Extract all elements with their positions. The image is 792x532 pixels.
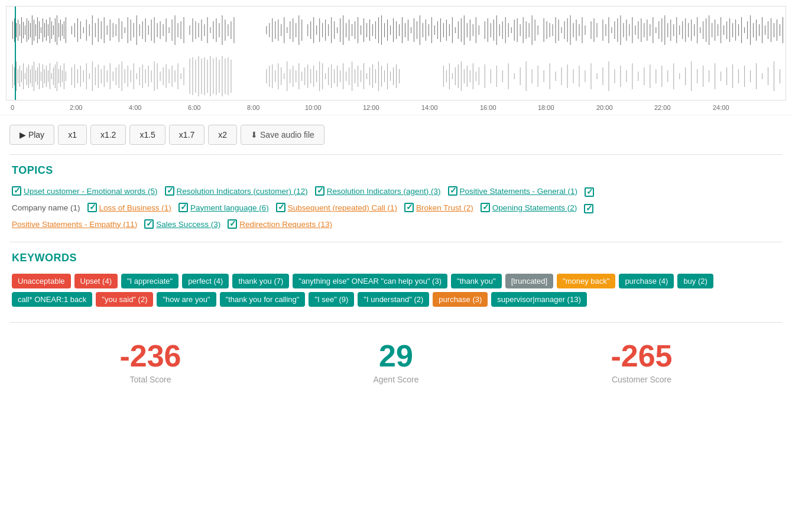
svg-rect-271 xyxy=(37,67,38,85)
svg-rect-304 xyxy=(119,64,119,88)
topic-loss-checkbox xyxy=(87,203,97,212)
svg-rect-84 xyxy=(231,21,231,39)
topic-broken-trust[interactable]: Broken Trust (2) xyxy=(404,203,473,212)
topic-res-agent-label[interactable]: Resolution Indicators (agent) (3) xyxy=(327,187,441,196)
svg-rect-118 xyxy=(363,18,364,42)
topic-redirection-requests[interactable]: Redirection Requests (13) xyxy=(228,219,332,229)
svg-rect-322 xyxy=(172,66,173,87)
kw-thank-for-calling[interactable]: "thank you for calling" xyxy=(220,292,306,307)
speed-x2-button[interactable]: x2 xyxy=(208,125,237,145)
svg-rect-324 xyxy=(178,63,178,89)
svg-rect-383 xyxy=(387,63,388,89)
topic-loss-business[interactable]: Loss of Business (1) xyxy=(87,203,171,212)
svg-rect-48 xyxy=(122,21,122,39)
topic-resolution-customer[interactable]: Resolution Indicators (customer) (12) xyxy=(165,186,308,196)
svg-rect-70 xyxy=(190,25,190,35)
kw-supervisor[interactable]: supervisor|manager (13) xyxy=(491,292,586,307)
play-button[interactable]: ▶ Play xyxy=(9,125,54,145)
waveform-tracks[interactable]: /* inline script won't run here, bars de… xyxy=(6,6,786,100)
svg-rect-242 xyxy=(741,17,742,43)
svg-rect-264 xyxy=(25,73,25,79)
svg-rect-101 xyxy=(313,17,314,43)
svg-rect-290 xyxy=(77,69,78,83)
svg-rect-63 xyxy=(166,18,167,42)
svg-rect-98 xyxy=(301,20,302,41)
topic-subseq-label[interactable]: Subsequent (repeated) Call (1) xyxy=(288,203,397,212)
timeline-1800: 18:00 xyxy=(538,104,554,111)
topic-pos-gen-label[interactable]: Positive Statements - General (1) xyxy=(460,187,578,196)
svg-rect-437 xyxy=(697,69,697,83)
svg-rect-417 xyxy=(579,66,580,87)
svg-rect-321 xyxy=(169,69,170,83)
topic-subsequent-call[interactable]: Subsequent (repeated) Call (1) xyxy=(276,203,397,212)
kw-anything-else[interactable]: "anything else" ONEAR "can help you" (3) xyxy=(293,274,447,288)
topic-opening-statements[interactable]: Opening Statements (2) xyxy=(481,203,577,212)
svg-rect-155 xyxy=(473,24,473,36)
svg-rect-296 xyxy=(95,67,96,85)
kw-call-back[interactable]: call* ONEAR:1 back xyxy=(12,292,92,307)
svg-rect-245 xyxy=(750,15,751,45)
speed-x1-button[interactable]: x1 xyxy=(58,125,87,145)
topic-positive-empathy[interactable]: Positive Statements - Empathy (11) xyxy=(12,220,137,229)
kw-thank-you[interactable]: thank you (7) xyxy=(232,274,289,288)
svg-rect-117 xyxy=(361,25,361,35)
kw-unacceptable[interactable]: Unacceptable xyxy=(12,274,71,288)
topic-redir-label[interactable]: Redirection Requests (13) xyxy=(239,220,332,229)
svg-rect-302 xyxy=(113,72,113,81)
svg-rect-382 xyxy=(384,70,385,82)
svg-rect-158 xyxy=(485,21,485,39)
svg-rect-212 xyxy=(653,17,653,43)
kw-how-are-you[interactable]: "how are you" xyxy=(157,292,216,307)
svg-rect-3 xyxy=(18,20,18,41)
kw-buy[interactable]: buy (2) xyxy=(677,274,713,288)
svg-rect-112 xyxy=(346,23,346,37)
svg-rect-305 xyxy=(122,61,122,91)
speed-x15-button[interactable]: x1.5 xyxy=(129,125,165,145)
svg-rect-204 xyxy=(629,24,629,36)
kw-upset[interactable]: Upset (4) xyxy=(74,274,118,288)
topic-company-name[interactable]: Company name (1) xyxy=(12,203,80,212)
kw-i-understand[interactable]: "I understand" (2) xyxy=(358,292,429,307)
topic-sales-label[interactable]: Sales Success (3) xyxy=(156,220,220,229)
speed-x17-button[interactable]: x1.7 xyxy=(169,125,205,145)
svg-rect-450 xyxy=(774,61,774,91)
topic-payment-language[interactable]: Payment language (6) xyxy=(178,203,269,212)
svg-rect-249 xyxy=(762,17,762,43)
svg-rect-51 xyxy=(131,20,131,41)
kw-you-said[interactable]: "you said" (2) xyxy=(96,292,153,307)
topic-upset-customer[interactable]: Upset customer - Emotional words (5) xyxy=(12,186,158,196)
svg-rect-334 xyxy=(210,56,210,96)
svg-rect-15 xyxy=(39,21,40,39)
svg-rect-354 xyxy=(301,72,302,81)
topic-sales-success[interactable]: Sales Success (3) xyxy=(144,219,220,229)
topic-resolution-agent[interactable]: Resolution Indicators (agent) (3) xyxy=(315,186,441,196)
topic-empathy-label[interactable]: Positive Statements - Empathy (11) xyxy=(12,220,137,229)
kw-truncated[interactable]: [truncated] xyxy=(505,274,553,288)
topic-opening-label[interactable]: Opening Statements (2) xyxy=(492,203,577,212)
svg-rect-90 xyxy=(278,20,278,41)
topic-broken-label[interactable]: Broken Trust (2) xyxy=(416,203,473,212)
topic-loss-label[interactable]: Loss of Business (1) xyxy=(99,203,171,212)
svg-rect-358 xyxy=(313,66,314,87)
svg-rect-416 xyxy=(573,69,574,83)
kw-purchase-3[interactable]: purchase (3) xyxy=(433,292,488,307)
speed-x12-button[interactable]: x1.2 xyxy=(90,125,126,145)
svg-rect-160 xyxy=(491,23,491,37)
save-audio-button[interactable]: ⬇ Save audio file xyxy=(241,125,324,145)
kw-money-back[interactable]: "money back" xyxy=(557,274,615,288)
svg-rect-277 xyxy=(48,70,48,82)
topic-res-cust-label[interactable]: Resolution Indicators (customer) (12) xyxy=(177,187,308,196)
kw-purchase[interactable]: purchase (4) xyxy=(619,274,674,288)
kw-i-appreciate[interactable]: "I appreciate" xyxy=(121,274,178,288)
topic-payment-label[interactable]: Payment language (6) xyxy=(190,203,269,212)
topic-upset-label[interactable]: Upset customer - Emotional words (5) xyxy=(24,187,158,196)
svg-rect-411 xyxy=(544,70,544,82)
kw-thank-you-2[interactable]: "thank you" xyxy=(451,274,502,288)
kw-perfect[interactable]: perfect (4) xyxy=(182,274,229,288)
topic-positive-general[interactable]: Positive Statements - General (1) xyxy=(448,186,578,196)
svg-rect-339 xyxy=(225,59,225,94)
svg-rect-323 xyxy=(175,70,176,82)
svg-rect-346 xyxy=(278,63,278,89)
svg-rect-435 xyxy=(685,67,686,85)
kw-i-see[interactable]: "I see" (9) xyxy=(309,292,354,307)
